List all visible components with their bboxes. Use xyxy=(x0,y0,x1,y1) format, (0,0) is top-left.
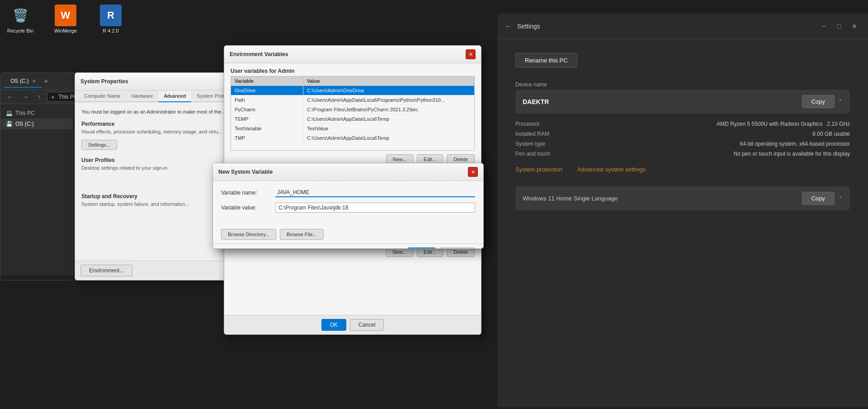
variable-name-label: Variable name: xyxy=(221,190,275,196)
settings-title: Settings xyxy=(517,23,540,30)
device-name-label: DAEKTR xyxy=(523,98,549,105)
new-var-body: Variable name: Variable value: xyxy=(213,181,483,225)
maximize-button[interactable]: □ xyxy=(833,20,845,33)
env-cancel-btn[interactable]: Cancel xyxy=(350,319,384,331)
environment-variables-btn[interactable]: Environment... xyxy=(80,265,132,276)
new-var-footer: OK Cancel xyxy=(213,243,483,249)
browse-file-btn[interactable]: Browse File... xyxy=(280,229,324,240)
new-var-titlebar: New System Variable ✕ xyxy=(213,163,483,181)
browse-directory-btn[interactable]: Browse Directory... xyxy=(221,229,276,240)
windows-label: Windows 11 Home Single Language xyxy=(523,195,618,202)
tab-hardware[interactable]: Hardware xyxy=(126,90,159,102)
user-vars-table-container[interactable]: Variable Value OneDrive C:\Users\Admin\O… xyxy=(231,76,475,151)
user-vars-header: Variable Value xyxy=(231,76,474,86)
system-links: System protection Advanced system settin… xyxy=(515,166,850,173)
explorer-tab-active[interactable]: OS (C:) ✕ xyxy=(4,75,42,88)
settings-window: ← Settings − □ ✕ Rename this PC Device n… xyxy=(497,14,868,407)
variable-value-row: Variable value: xyxy=(221,203,475,213)
recycle-bin-icon[interactable]: 🗑️ Recycle Bin xyxy=(5,5,36,33)
system-protection-link[interactable]: System protection xyxy=(515,166,562,173)
copy-button-2[interactable]: Copy xyxy=(802,192,835,205)
new-var-close-btn[interactable]: ✕ xyxy=(468,167,478,177)
variable-name-row: Variable name: xyxy=(221,188,475,197)
nav-back-icon[interactable]: ← xyxy=(4,92,16,102)
winmerge-icon[interactable]: W WinMerge xyxy=(50,5,81,33)
sidebar-item-os-c[interactable]: 💾 OS (C:) xyxy=(0,119,72,129)
system-props-title: System Properties xyxy=(80,78,128,85)
user-vars-section-title: User variables for Admin xyxy=(224,63,481,76)
copy-chevron-1: ⌃ xyxy=(838,99,843,105)
sidebar-item-this-pc[interactable]: 💻 This PC xyxy=(0,108,72,119)
advanced-system-link[interactable]: Advanced system settings xyxy=(577,166,646,173)
settings-titlebar: ← Settings − □ ✕ xyxy=(497,14,868,39)
new-var-cancel-btn[interactable]: Cancel xyxy=(439,247,475,249)
processor-value: AMD Ryzen 5 5500U with Radeon Graphics 2… xyxy=(717,121,850,127)
explorer-sidebar: 💻 This PC 💾 OS (C:) xyxy=(0,104,73,275)
copy-chevron-2: ⌃ xyxy=(838,195,843,202)
env-vars-titlebar: Environment Variables ✕ xyxy=(224,46,481,63)
back-button[interactable]: ← xyxy=(505,22,512,30)
nav-up-icon[interactable]: ↑ xyxy=(35,92,43,102)
window-controls: − □ ✕ xyxy=(817,20,861,33)
r-studio-icon[interactable]: R R 4.2.0 xyxy=(95,5,127,33)
list-item[interactable]: PyCharm C:\Program Files\JetBrains\PyCha… xyxy=(231,105,474,114)
desktop: 🗑️ Recycle Bin W WinMerge R R 4.2.0 ← Se… xyxy=(0,0,868,409)
env-vars-footer: OK Cancel xyxy=(224,315,481,334)
variable-value-input[interactable] xyxy=(275,203,475,213)
minimize-button[interactable]: − xyxy=(817,20,830,33)
copy-button-1[interactable]: Copy xyxy=(802,95,835,108)
col-variable-header: Variable xyxy=(231,76,303,86)
browse-buttons-row: Browse Directory... Browse File... xyxy=(213,225,483,243)
rename-pc-button[interactable]: Rename this PC xyxy=(515,53,577,68)
variable-value-label: Variable value: xyxy=(221,204,275,211)
windows-copy-section: Windows 11 Home Single Language Copy ⌃ xyxy=(515,186,850,210)
tab-advanced[interactable]: Advanced xyxy=(158,90,191,102)
list-item[interactable]: TMP C:\Users\Admin\AppData\Local\Temp xyxy=(231,133,474,143)
device-name-copy-section: DAEKTR Copy ⌃ xyxy=(515,90,850,114)
env-win-controls: ✕ xyxy=(466,49,476,59)
env-ok-btn[interactable]: OK xyxy=(321,319,346,331)
env-vars-title: Environment Variables xyxy=(230,51,288,57)
nav-forward-icon[interactable]: → xyxy=(19,92,31,102)
settings-content: Rename this PC Device name DAEKTR Copy ⌃… xyxy=(497,39,868,231)
ram-value: 8.00 GB usable xyxy=(812,131,850,137)
new-var-win-controls: ✕ xyxy=(468,167,478,177)
tab-close-icon[interactable]: ✕ xyxy=(32,79,36,84)
address-chevron: ► xyxy=(51,95,56,100)
env-close-btn[interactable]: ✕ xyxy=(466,49,476,59)
new-system-variable-dialog: New System Variable ✕ Variable name: Var… xyxy=(212,163,484,249)
list-item[interactable]: Path C:\Users\Admin\AppData\Local\Progra… xyxy=(231,95,474,105)
list-item[interactable]: TestVariable TestValue xyxy=(231,124,474,133)
list-item[interactable]: TEMP C:\Users\Admin\AppData\Local\Temp xyxy=(231,114,474,124)
new-tab-button[interactable]: + xyxy=(44,77,48,86)
new-var-ok-btn[interactable]: OK xyxy=(408,247,435,249)
variable-name-input[interactable] xyxy=(275,188,475,197)
performance-settings-btn[interactable]: Settings... xyxy=(81,140,117,150)
new-var-title: New System Variable xyxy=(218,169,273,175)
tab-computer-name[interactable]: Computer Name xyxy=(79,90,126,102)
close-button[interactable]: ✕ xyxy=(848,20,861,33)
desktop-icons: 🗑️ Recycle Bin W WinMerge R R 4.2.0 xyxy=(5,5,127,33)
list-item[interactable]: OneDrive C:\Users\Admin\OneDrive xyxy=(231,86,474,95)
col-value-header: Value xyxy=(303,76,474,86)
